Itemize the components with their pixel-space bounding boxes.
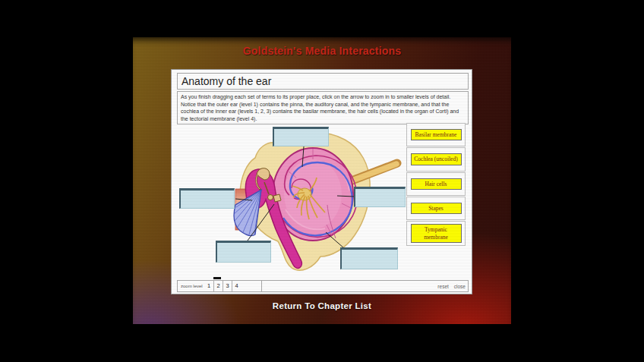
activity-title: Anatomy of the ear: [177, 73, 469, 90]
activity-panel: Anatomy of the ear As you finish draggin…: [171, 69, 472, 294]
reset-button[interactable]: reset: [437, 284, 448, 289]
return-to-chapter-list-link[interactable]: Return To Chapter List: [133, 301, 511, 310]
term-slot[interactable]: Hair cells: [406, 172, 466, 196]
term-slot[interactable]: Basilar membrane: [406, 123, 466, 146]
drop-box-stapes[interactable]: [216, 241, 271, 263]
app-title: Goldstein's Media Interactions: [133, 45, 511, 57]
zoom-control-bar: zoom level 1 2 3 4 reset close: [177, 280, 469, 292]
media-player-window: Goldstein's Media Interactions Anatomy o…: [133, 37, 511, 324]
drop-box-eardrum[interactable]: [179, 188, 235, 209]
term-stapes[interactable]: Stapes: [411, 203, 462, 214]
drop-box-apex[interactable]: [273, 127, 329, 146]
close-button[interactable]: close: [454, 284, 466, 289]
term-tympanic-membrane[interactable]: Tympanic membrane: [411, 224, 462, 243]
zoom-level-section: zoom level 1 2 3 4: [178, 281, 262, 291]
drop-box-cochlea[interactable]: [354, 187, 406, 207]
term-basilar-membrane[interactable]: Basilar membrane: [411, 129, 462, 140]
term-hair-cells[interactable]: Hair cells: [411, 178, 462, 190]
term-slot[interactable]: Stapes: [406, 197, 466, 220]
zoom-level-label: zoom level: [178, 284, 204, 288]
drop-box-basilar[interactable]: [340, 247, 398, 269]
term-slot[interactable]: Cochlea (uncoiled): [406, 147, 466, 172]
screen: Goldstein's Media Interactions Anatomy o…: [0, 0, 644, 362]
term-cochlea-uncoiled[interactable]: Cochlea (uncoiled): [411, 153, 462, 165]
zoom-level-1[interactable]: 1: [204, 281, 213, 291]
zoom-level-4[interactable]: 4: [232, 281, 241, 291]
zoom-level-3[interactable]: 3: [223, 281, 232, 291]
current-level-marker: [213, 277, 221, 279]
instructions-text: As you finish dragging each set of terms…: [177, 91, 469, 124]
term-slot[interactable]: Tympanic membrane: [406, 221, 466, 246]
zoom-level-2[interactable]: 2: [213, 281, 223, 291]
